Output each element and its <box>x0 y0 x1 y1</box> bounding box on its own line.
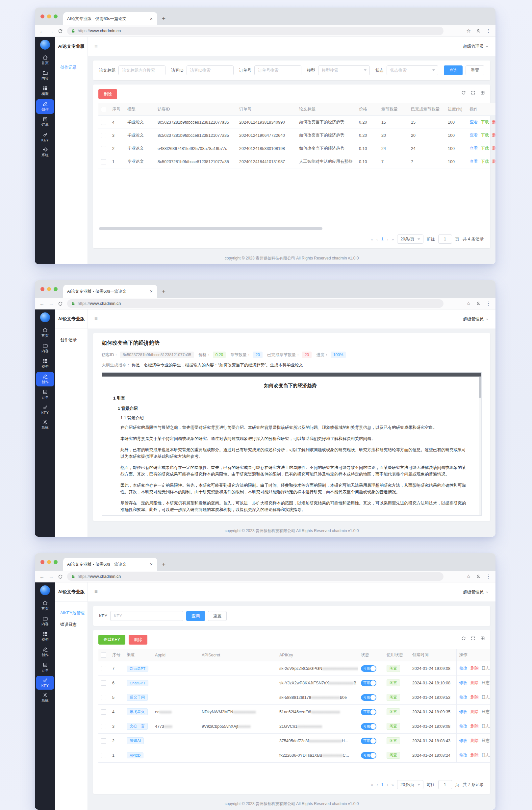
delete-link[interactable]: 删除 <box>492 159 496 164</box>
row-checkbox[interactable] <box>101 133 106 138</box>
download-link[interactable]: 下载 <box>481 120 489 124</box>
download-link[interactable]: 下载 <box>481 159 489 164</box>
row-checkbox[interactable] <box>101 120 106 125</box>
sidebar-item-folder[interactable]: 内容 <box>36 341 54 356</box>
fullscreen-icon[interactable] <box>471 636 475 641</box>
edit-link[interactable]: 修改 <box>459 695 468 699</box>
filter-select-状态[interactable]: 状态搜索 <box>387 65 438 75</box>
log-link[interactable]: 日志 <box>482 680 490 685</box>
page-size-select[interactable]: 20条/页 <box>397 234 423 244</box>
back-icon[interactable]: ← <box>39 574 44 580</box>
reset-button[interactable]: 重置 <box>208 611 227 621</box>
menu-toggle-icon[interactable]: ≡ <box>94 43 98 50</box>
submenu-item-error-log[interactable]: 错误日志 <box>55 619 87 630</box>
new-tab-button[interactable]: + <box>162 15 165 22</box>
sidebar-item-key[interactable]: KEY <box>36 130 54 144</box>
log-link[interactable]: 日志 <box>482 753 490 757</box>
minimize-window-button[interactable] <box>47 15 51 18</box>
row-checkbox[interactable] <box>101 695 106 700</box>
sidebar-item-key[interactable]: KEY <box>36 676 54 690</box>
prev-page-button[interactable]: ‹ <box>376 237 378 242</box>
sidebar-item-gear[interactable]: 系统 <box>36 145 54 160</box>
sidebar-item-order[interactable]: 订单 <box>36 660 54 675</box>
log-link[interactable]: 日志 <box>482 709 490 714</box>
row-checkbox[interactable] <box>101 666 106 671</box>
row-checkbox[interactable] <box>101 738 106 744</box>
admin-dropdown[interactable]: 超级管理员 <box>463 589 489 595</box>
column-settings-icon[interactable] <box>480 636 485 641</box>
bookmark-star-icon[interactable]: ☆ <box>467 28 471 34</box>
sidebar-item-grid[interactable]: 模型 <box>36 84 54 98</box>
zoom-window-button[interactable] <box>54 287 58 291</box>
delete-link[interactable]: 删除 <box>470 695 479 699</box>
profile-icon[interactable] <box>476 574 481 579</box>
edit-link[interactable]: 修改 <box>459 738 468 743</box>
reload-icon[interactable] <box>58 301 63 306</box>
bookmark-star-icon[interactable]: ☆ <box>467 301 471 307</box>
delete-link[interactable]: 删除 <box>492 146 496 151</box>
status-toggle[interactable]: 可用 <box>361 752 376 759</box>
edit-link[interactable]: 修改 <box>459 666 468 670</box>
view-link[interactable]: 查看 <box>470 120 478 124</box>
status-toggle[interactable]: 可用 <box>361 694 376 701</box>
page-size-select[interactable]: 20条/页 <box>397 780 423 789</box>
row-checkbox[interactable] <box>101 753 106 758</box>
forward-icon[interactable]: → <box>49 574 54 580</box>
address-bar[interactable]: https://www.xhadmin.cn <box>67 572 444 581</box>
select-all-checkbox[interactable] <box>101 107 106 112</box>
submenu-item-creation-records[interactable]: 创作记录 <box>55 335 87 346</box>
close-window-button[interactable] <box>41 15 44 18</box>
close-window-button[interactable] <box>41 287 44 291</box>
filter-input-订单号[interactable]: 订单号搜索 <box>254 65 301 75</box>
delete-link[interactable]: 删除 <box>470 738 479 743</box>
sidebar-item-edit[interactable]: 创作 <box>36 99 54 114</box>
reload-icon[interactable] <box>58 29 63 34</box>
minimize-window-button[interactable] <box>47 287 51 291</box>
submenu-item-creation-records[interactable]: 创作记录 <box>55 62 87 73</box>
menu-toggle-icon[interactable]: ≡ <box>94 316 98 322</box>
delete-link[interactable]: 删除 <box>470 753 479 757</box>
sidebar-item-home[interactable]: 首页 <box>36 326 54 340</box>
sidebar-item-home[interactable]: 首页 <box>36 599 54 613</box>
browser-tab[interactable]: AI论文专业版 - 仅需60s一篇论文 × <box>63 285 157 298</box>
edit-link[interactable]: 修改 <box>459 753 468 757</box>
page-number[interactable]: 1 <box>381 782 384 787</box>
submenu-item-aikey-pool[interactable]: AIKEY池管理 <box>55 608 87 619</box>
delete-link[interactable]: 删除 <box>492 133 496 137</box>
prev-page-button[interactable]: ‹ <box>376 782 378 787</box>
row-checkbox[interactable] <box>101 724 106 729</box>
scrollbar-thumb[interactable] <box>479 377 481 398</box>
row-checkbox[interactable] <box>101 159 106 164</box>
admin-dropdown[interactable]: 超级管理员 <box>463 317 489 322</box>
sidebar-item-folder[interactable]: 内容 <box>36 68 54 83</box>
delete-link[interactable]: 删除 <box>492 120 496 124</box>
sidebar-item-gear[interactable]: 系统 <box>36 691 54 705</box>
sidebar-item-gear[interactable]: 系统 <box>36 418 54 432</box>
row-checkbox[interactable] <box>101 146 106 151</box>
minimize-window-button[interactable] <box>47 560 51 564</box>
goto-page-input[interactable]: 1 <box>438 234 452 244</box>
edit-link[interactable]: 修改 <box>459 680 468 685</box>
reload-icon[interactable] <box>58 574 63 579</box>
forward-icon[interactable]: → <box>49 28 54 34</box>
next-page-button[interactable]: › <box>387 782 388 787</box>
next-page-button[interactable]: › <box>387 237 388 242</box>
sidebar-item-key[interactable]: KEY <box>36 403 54 417</box>
sidebar-item-order[interactable]: 订单 <box>36 115 54 129</box>
create-key-button[interactable]: 创建KEY <box>98 635 125 645</box>
address-bar[interactable]: https://www.xhadmin.cn <box>67 299 444 308</box>
status-toggle[interactable]: 可用 <box>361 709 376 715</box>
filter-select-模型[interactable]: 模型搜索 <box>318 65 370 75</box>
sidebar-item-order[interactable]: 订单 <box>36 387 54 402</box>
close-tab-icon[interactable]: × <box>149 562 153 567</box>
view-link[interactable]: 查看 <box>470 133 478 137</box>
sidebar-item-edit[interactable]: 创作 <box>36 372 54 386</box>
delete-link[interactable]: 删除 <box>470 680 479 685</box>
goto-page-input[interactable]: 1 <box>438 780 452 789</box>
browser-tab[interactable]: AI论文专业版 - 仅需60s一篇论文 × <box>63 12 157 25</box>
log-link[interactable]: 日志 <box>482 695 490 699</box>
status-toggle[interactable]: 可用 <box>361 723 376 730</box>
search-button[interactable]: 查询 <box>186 611 205 621</box>
download-link[interactable]: 下载 <box>481 133 489 137</box>
fullscreen-icon[interactable] <box>471 91 475 95</box>
